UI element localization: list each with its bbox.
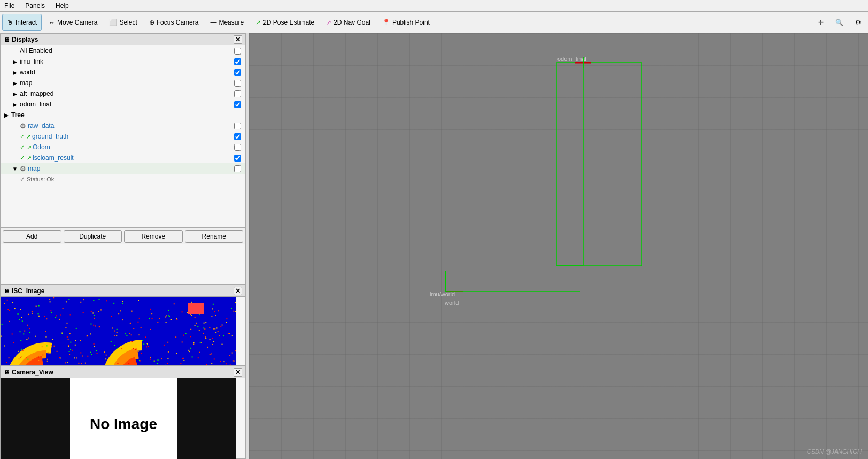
tree-item-status: ✓ Status: Ok [1,174,245,185]
tree-item-map-active[interactable]: ▼ ⚙ map [1,163,245,174]
odom-expander [11,143,19,151]
settings-button[interactable]: ⚙ [850,14,866,31]
map-top-checkbox[interactable] [234,80,241,87]
interact-button[interactable]: 🖱 Interact [2,14,42,31]
nav-goal-button[interactable]: ↗ 2D Nav Goal [321,14,375,31]
isc-panel-header: 🖥 ISC_Image ✕ [1,285,245,297]
odom-final-label: odom_final [557,56,586,62]
duplicate-button[interactable]: Duplicate [64,230,122,243]
raw-data-checkbox[interactable] [234,123,241,129]
tree-item-odom[interactable]: ✓ ↗ Odom [1,142,245,152]
toolbar-separator [439,15,439,30]
world-checkbox[interactable] [234,69,241,76]
tree-item-ground-truth[interactable]: ✓ ↗ ground_truth [1,131,245,142]
remove-button[interactable]: Remove [124,230,183,243]
zoom-button[interactable]: 🔍 [831,14,848,31]
imu-link-label: imu_link [20,58,234,65]
imu-link-expander[interactable]: ▶ [11,58,19,65]
raw-data-expander [11,122,19,129]
isc-image-container [1,297,236,365]
tree-item-aft-mapped[interactable]: ▶ aft_mapped [1,88,245,99]
iscloam-check-icon: ✓ [20,154,25,162]
no-image-text: No Image [90,416,157,433]
all-enabled-label: All Enabled [20,47,234,55]
pose-estimate-button[interactable]: ↗ 2D Pose Estimate [251,14,319,31]
world-expander[interactable]: ▶ [11,68,19,76]
odom-final-expander[interactable]: ▶ [11,101,19,108]
tree-item-iscloam[interactable]: ✓ ↗ iscloam_result [1,152,245,163]
displays-scroll-area [1,185,245,227]
displays-tree[interactable]: All Enabled ▶ imu_link ▶ world ▶ [1,45,245,185]
tree-item-imu-link[interactable]: ▶ imu_link [1,56,245,67]
odom-final-checkbox[interactable] [234,101,241,108]
move-camera-icon: ↔ [49,19,55,26]
isc-panel-icon: 🖥 [4,288,10,294]
isc-panel-title: ISC_Image [12,287,44,295]
iscloam-checkbox[interactable] [234,155,241,162]
odom-checkbox[interactable] [234,144,241,151]
aft-mapped-checkbox[interactable] [234,90,241,97]
map-top-label: map [20,79,234,87]
ground-truth-arrow-icon: ✓ [20,133,25,140]
no-image-panel: No Image [70,378,177,459]
displays-panel: 🖥 Displays ✕ All Enabled ▶ imu_link [0,33,246,285]
menu-help[interactable]: Help [53,1,71,11]
odom-final-label: odom_final [20,101,234,108]
aft-mapped-expander[interactable]: ▶ [11,90,19,97]
publish-point-button[interactable]: 📍 Publish Point [377,14,435,31]
world-label: world [20,68,234,76]
tree-item-map-top[interactable]: ▶ map [1,78,245,88]
isc-header-left: 🖥 ISC_Image [4,287,44,295]
focus-camera-icon: ⊕ [149,19,154,26]
camera-close-button[interactable]: ✕ [234,368,242,377]
displays-close-button[interactable]: ✕ [234,35,242,44]
publish-point-icon: 📍 [382,19,390,26]
ground-truth-label: ground_truth [32,133,234,140]
focus-camera-button[interactable]: ⊕ Focus Camera [144,14,204,31]
isc-canvas [1,297,236,365]
aft-mapped-label: aft_mapped [20,90,234,97]
viewport-3d[interactable]: odom_final imu/world world CSDN @JANGHIG… [249,33,868,459]
displays-header-left: 🖥 Displays [4,36,38,43]
imu-link-checkbox[interactable] [234,58,241,65]
select-button[interactable]: ⬜ Select [104,14,142,31]
menu-file[interactable]: File [2,1,17,11]
tree-group-expander[interactable]: ▶ [3,111,10,119]
camera-panel-icon: 🖥 [4,369,10,376]
camera-right-black [177,378,236,459]
map-top-expander[interactable]: ▶ [11,79,19,87]
status-ok-label: Status: Ok [27,176,243,182]
ground-truth-checkbox[interactable] [234,133,241,140]
add-button[interactable]: Add [3,230,61,243]
odom-label: Odom [33,143,234,151]
tree-item-odom-final[interactable]: ▶ odom_final [1,99,245,110]
menu-panels[interactable]: Panels [23,1,47,11]
main-layout: 🖥 Displays ✕ All Enabled ▶ imu_link [0,33,868,459]
raw-data-label: raw_data [28,122,234,129]
camera-panel-header: 🖥 Camera_View ✕ [1,366,245,378]
isc-image-panel: 🖥 ISC_Image ✕ [0,285,246,366]
tree-item-world[interactable]: ▶ world [1,67,245,78]
left-panel: 🖥 Displays ✕ All Enabled ▶ imu_link [0,33,246,459]
interact-icon: 🖱 [7,19,13,26]
nav-goal-icon: ↗ [326,19,331,26]
camera-panel-title: Camera_View [12,369,53,376]
rename-button[interactable]: Rename [185,230,244,243]
camera-left-black [1,378,70,459]
measure-button[interactable]: — Measure [205,14,249,31]
toolbar: 🖱 Interact ↔ Move Camera ⬜ Select ⊕ Focu… [0,12,868,33]
tree-item-tree-group[interactable]: ▶ Tree [1,110,245,120]
isc-close-button[interactable]: ✕ [234,287,242,295]
map-active-expander[interactable]: ▼ [11,165,19,172]
tree-item-raw-data[interactable]: ⚙ raw_data [1,120,245,131]
iscloam-label: iscloam_result [33,154,234,162]
move-icon-button[interactable]: ✛ [813,14,828,31]
displays-panel-icon: 🖥 [4,36,10,43]
odom-path-icon: ↗ [27,144,32,151]
move-camera-button[interactable]: ↔ Move Camera [44,14,102,31]
map-active-checkbox[interactable] [234,165,241,172]
all-enabled-checkbox[interactable] [234,48,241,55]
tree-item-all-enabled[interactable]: All Enabled [1,45,245,56]
odom-arrow-icon: ✓ [20,143,25,151]
world-label: world [444,300,459,306]
